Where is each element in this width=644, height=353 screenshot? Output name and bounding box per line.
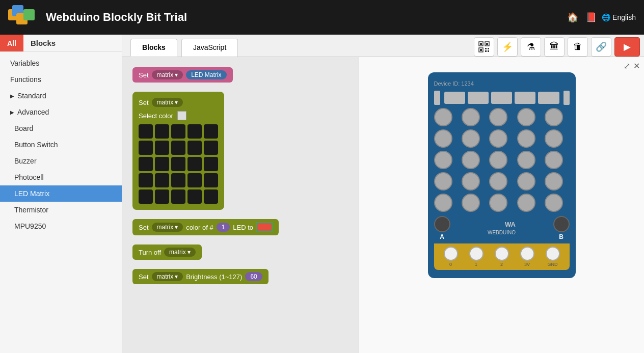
brightness-val-pill[interactable]: 60	[245, 272, 262, 281]
board: Device ID: 1234	[428, 72, 576, 278]
connector-circle-2	[495, 247, 509, 261]
led-cell[interactable]	[171, 173, 185, 187]
matrix-led	[545, 194, 563, 212]
header: Webduino Blockly Bit Trial 🏠 📕 🌐 English	[0, 0, 644, 35]
matrix-led	[489, 172, 507, 191]
matrix-led	[434, 194, 452, 212]
sidebar-item-button-switch[interactable]: Button Switch	[0, 137, 122, 153]
led-cell[interactable]	[204, 141, 218, 155]
matrix-pill4[interactable]: matrix ▾	[164, 248, 196, 257]
led-cell[interactable]	[171, 124, 185, 139]
led-cell[interactable]	[155, 189, 169, 204]
led-cell[interactable]	[155, 124, 169, 139]
connector-circle-3v	[520, 247, 534, 261]
led-cell[interactable]	[171, 157, 185, 171]
matrix-led	[545, 129, 563, 148]
language-button[interactable]: 🌐 English	[602, 13, 636, 21]
sidebar-item-standard[interactable]: ▶ Standard	[0, 88, 122, 104]
led-cell[interactable]	[204, 173, 218, 187]
button-b-group: B	[553, 216, 570, 240]
blocks-area: Set matrix ▾ LED Matrix Set	[122, 57, 359, 353]
run-button[interactable]: ▶	[614, 37, 640, 57]
led-cell[interactable]	[139, 173, 153, 187]
connector-label-gnd: GND	[548, 262, 558, 267]
flask-button[interactable]: ⚗	[521, 37, 541, 57]
led-cell[interactable]	[155, 141, 169, 155]
tab-blocks[interactable]: Blocks	[130, 39, 177, 57]
led-cell[interactable]	[139, 157, 153, 171]
top-led	[515, 92, 535, 104]
tab-javascript[interactable]: JavaScript	[181, 39, 238, 57]
led-cell[interactable]	[187, 141, 202, 155]
led-cell[interactable]	[187, 173, 202, 187]
matrix-pill5[interactable]: matrix ▾	[152, 272, 183, 281]
led-cell[interactable]	[139, 189, 153, 204]
book-icon[interactable]: 📕	[583, 10, 599, 25]
sidebar-item-variables[interactable]: Variables	[0, 55, 122, 71]
button-a[interactable]	[434, 216, 450, 232]
lightning-button[interactable]: ⚡	[497, 37, 518, 57]
trash-button[interactable]: 🗑	[568, 37, 588, 57]
led-cell[interactable]	[204, 189, 218, 204]
led-cell[interactable]	[187, 189, 202, 204]
top-pins	[434, 91, 570, 105]
brightness-block[interactable]: Set matrix ▾ Brightness (1~127) 60	[132, 269, 269, 284]
connector-circle-0	[444, 247, 458, 261]
sidebar-item-led-matrix[interactable]: LED Matrix	[0, 185, 122, 202]
led-cell[interactable]	[155, 157, 169, 171]
sidebar-item-functions[interactable]: Functions	[0, 71, 122, 88]
led-cell[interactable]	[204, 157, 218, 171]
matrix-led	[489, 108, 507, 126]
matrix-pill3[interactable]: matrix ▾	[152, 223, 183, 232]
led-cell[interactable]	[204, 124, 218, 139]
device-label: Device ID: 1234	[434, 80, 570, 87]
sidebar-item-board[interactable]: Board	[0, 120, 122, 137]
qr-button[interactable]	[474, 37, 494, 57]
sidebar-item-photocell[interactable]: Photocell	[0, 169, 122, 185]
color-swatch[interactable]	[177, 111, 186, 120]
color-led-swatch[interactable]	[256, 222, 273, 232]
bank-button[interactable]: 🏛	[544, 37, 565, 57]
link-button[interactable]: 🔗	[591, 37, 611, 57]
turn-off-block[interactable]: Turn off matrix ▾	[132, 245, 202, 260]
preview-controls: ⤢ ✕	[624, 61, 640, 71]
connector-label-2: 2	[500, 262, 503, 267]
svg-rect-10	[485, 48, 487, 49]
matrix-led	[434, 151, 452, 169]
matrix-pill2[interactable]: matrix ▾	[152, 98, 183, 107]
led-cell[interactable]	[171, 141, 185, 155]
set-matrix-block[interactable]: Set matrix ▾ LED Matrix	[132, 67, 233, 83]
close-button[interactable]: ✕	[633, 61, 640, 71]
connector-circle-1	[469, 247, 484, 261]
select-color-row: Select color	[139, 111, 218, 120]
sidebar-item-advanced[interactable]: ▶ Advanced	[0, 104, 122, 120]
led-cell[interactable]	[139, 124, 153, 139]
home-icon[interactable]: 🏠	[565, 10, 580, 25]
pin-right	[564, 91, 570, 105]
set-label4: Set	[139, 273, 149, 281]
led-cell[interactable]	[139, 141, 153, 155]
set-label3: Set	[139, 224, 149, 231]
all-button[interactable]: All	[0, 35, 23, 51]
expand-button[interactable]: ⤢	[624, 61, 630, 71]
sidebar-item-mpu9250[interactable]: MPU9250	[0, 218, 122, 234]
sidebar-item-buzzer[interactable]: Buzzer	[0, 153, 122, 169]
led-cell[interactable]	[155, 173, 169, 187]
svg-rect-12	[485, 50, 487, 52]
svg-rect-11	[488, 48, 489, 49]
button-b[interactable]	[553, 216, 570, 232]
led-cell[interactable]	[187, 124, 202, 139]
color-led-block[interactable]: Set matrix ▾ color of # 1 LED to	[132, 219, 279, 235]
main-layout: All Blocks Variables Functions ▶ Standar…	[0, 35, 644, 353]
sidebar-item-thermistor[interactable]: Thermistor	[0, 202, 122, 218]
matrix-grid	[434, 108, 570, 212]
svg-rect-13	[488, 50, 489, 52]
led-cell[interactable]	[187, 157, 202, 171]
matrix-pill[interactable]: matrix ▾	[152, 70, 183, 79]
num-pill[interactable]: 1	[217, 223, 230, 232]
matrix-led	[545, 108, 563, 126]
matrix-led	[517, 172, 535, 191]
led-grid-block[interactable]: Set matrix ▾ Select color	[132, 92, 224, 210]
led-cell[interactable]	[171, 189, 185, 204]
app-title: Webduino Blockly Bit Trial	[46, 11, 565, 24]
